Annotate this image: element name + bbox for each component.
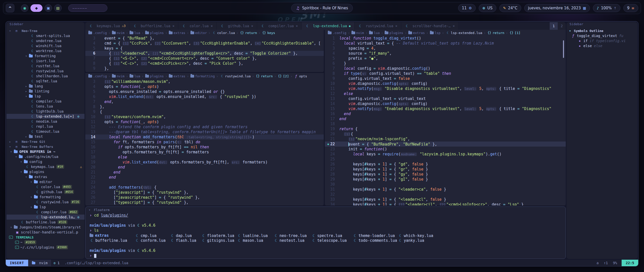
tree-item[interactable]: ☾compiler.lua: [7, 99, 85, 104]
tree-item[interactable]: ▸test: [7, 134, 85, 139]
code-buffer[interactable]: 3 [1]"williamboman/mason.nvim",4 opts = …: [85, 79, 324, 206]
search-input[interactable]: [68, 4, 107, 12]
tree-item[interactable]: ☾keymaps.lua#10⚠: [7, 164, 85, 169]
code-line[interactable]: 32: [325, 192, 566, 197]
tree-item[interactable]: ☾neodim.lua: [7, 119, 85, 124]
scrollbar-handle[interactable]: [563, 40, 564, 58]
workspace-notes-button[interactable]: ▤: [54, 4, 62, 12]
launcher-button[interactable]: ^: [6, 4, 14, 12]
code-line[interactable]: 26 ["javascriptreact"] = { "rustywind" }…: [85, 195, 324, 200]
code-line[interactable]: 26 keys[#keys + 1] = { "gd", false }: [325, 162, 566, 167]
code-line[interactable]: 15 for ft, formatters in pairs(t: tbl) d…: [85, 140, 324, 145]
buffer-tab[interactable]: ☾scrollbar-handle-…×: [401, 22, 459, 30]
code-line[interactable]: 7 end,: [85, 99, 324, 104]
tree-item[interactable]: ☾rustfmt.lua: [7, 63, 85, 69]
tree-item[interactable]: ▾OPEN BUFFERS in ~: [7, 149, 85, 154]
code-line[interactable]: 20 end: [85, 165, 324, 170]
neotree-section-neo-tree-buffers[interactable]: ▾▤Neo-Tree Buffers: [7, 144, 85, 149]
code-line[interactable]: 6 vim.list_extend(dst: opts.ensure_insta…: [85, 94, 324, 99]
buffer-tab[interactable]: ☾bufferline.lua×: [129, 22, 178, 30]
tree-item[interactable]: ☾undotree.lua: [7, 38, 85, 43]
terminal-output[interactable]: › cd lua/plugins/nvim/lua/plugins via ☾ …: [86, 213, 566, 258]
code-line[interactable]: 5 opts.ensure_installed = opts.ensure_in…: [85, 89, 324, 94]
code-line[interactable]: 5 keys = {: [85, 46, 324, 51]
tree-item[interactable]: ▾config: [7, 159, 85, 164]
close-tab-icon[interactable]: ×: [296, 24, 298, 28]
tree-item[interactable]: ☾worktree.lua: [7, 48, 85, 53]
floaterm-panel[interactable]: ▾ Floaterm › cd lua/plugins/nvim/lua/plu…: [85, 207, 566, 259]
code-line[interactable]: 2 local virtual_text = { -- Default virt…: [325, 41, 566, 46]
buffer-tab[interactable]: ☾compiler.lua×: [257, 22, 302, 30]
code-line[interactable]: 23 init = function(): [325, 147, 566, 152]
code-buffer[interactable]: 1local function toggle_diag_virtext()2 l…: [325, 36, 566, 206]
tree-item[interactable]: ☾rustywind.lua#726: [7, 199, 85, 205]
close-tab-icon[interactable]: ×: [453, 24, 455, 28]
tree-item[interactable]: ☾repl.lua: [7, 124, 85, 129]
code-line[interactable]: 13 config.virtual_text = virtual_text: [325, 96, 566, 101]
volume-widget[interactable]: ♪100%↑: [593, 4, 620, 12]
code-line[interactable]: 10 [1]"stevearc/conform.nvim",: [85, 114, 324, 119]
code-line[interactable]: 24 add_formatters(tbl: {: [85, 185, 324, 190]
code-line[interactable]: 33 keys[#keys + 1] = { "<leader>cl", fal…: [325, 197, 566, 202]
code-line[interactable]: 18 else: [85, 155, 324, 160]
keyboard-layout-widget[interactable]: ⊕US: [479, 4, 496, 12]
tree-item[interactable]: ▣scrollbar-handle-vertical.p: [7, 230, 85, 235]
code-line[interactable]: 29 keys[#keys + 1] = { "gI", false }: [325, 177, 566, 182]
outline-item[interactable]: ◈ifif type(config.vi: [567, 38, 637, 43]
symbols-outline-header[interactable]: ▾ Symbols Outline: [567, 28, 637, 33]
code-line[interactable]: 22 end: [85, 175, 324, 180]
tree-item[interactable]: ☾winshift.lua: [7, 43, 85, 48]
code-line[interactable]: 3 [1]"williamboman/mason.nvim",: [85, 79, 324, 84]
tree-item[interactable]: ›~/.c/n/l/plugins#3980: [7, 245, 85, 250]
tray-widget[interactable]: 9≡: [623, 4, 638, 12]
code-line[interactable]: 17end: [325, 116, 566, 121]
close-tab-icon[interactable]: ×: [172, 24, 174, 28]
code-line[interactable]: 9 config.virtual_text = false: [325, 76, 566, 81]
code-line[interactable]: 1local function toggle_diag_virtext(): [325, 36, 566, 41]
code-line[interactable]: 14 vim.diagnostic.config(opts: config): [325, 101, 566, 106]
neotree-section-neo-tree[interactable]: ▾▤Neo-Tree: [7, 28, 85, 33]
clock-widget[interactable]: jueves, noviembre 16, 2023▦: [524, 4, 590, 12]
code-line[interactable]: ◆22 event = { "BufReadPre", "BufNewFile"…: [325, 142, 566, 147]
code-line[interactable]: 14 local function add_formatters(tbl :ta…: [85, 134, 324, 140]
code-line[interactable]: 25 ["javascript"] = { "rustywind" },: [85, 190, 324, 195]
code-line[interactable]: 20 [1]{: [325, 131, 566, 137]
tree-item[interactable]: ›~#2859: [7, 240, 85, 245]
outline-item[interactable]: ƒtoggle_diag_virtextfu: [567, 33, 637, 38]
outline-item[interactable]: ◈elseelse: [567, 43, 637, 48]
code-line[interactable]: 17 opts.formatters_by_ft[ft] = formatter…: [85, 150, 324, 155]
tree-item[interactable]: ▾.config/nvim/lua: [7, 154, 85, 159]
code-line[interactable]: 12 --- Extend the conform plugin config …: [85, 124, 324, 129]
tree-item[interactable]: ▾lsp: [7, 205, 85, 210]
code-line[interactable]: 8 if type(v: config.virtual_text) == "ta…: [325, 71, 566, 76]
buffer-tab[interactable]: ☾lsp-extended.lua●: [302, 22, 354, 30]
code-line[interactable]: 28 keys[#keys + 1] = { "gy", false }: [325, 172, 566, 177]
close-tab-icon[interactable]: ×: [211, 24, 213, 28]
code-line[interactable]: 27 ["typescript"] = { "rustywind" },: [85, 200, 324, 205]
code-line[interactable]: 9 },: [85, 66, 324, 71]
buffer-tab[interactable]: ☾github.lua×: [217, 22, 257, 30]
tree-item[interactable]: ☾github.lua#654: [7, 189, 85, 194]
tree-item[interactable]: ▾formatting: [7, 53, 85, 58]
code-line[interactable]: 24 local keys = require(modname: "lazyvi…: [325, 152, 566, 157]
music-widget[interactable]: ♫ Spiritbox - Rule Of Nines: [291, 4, 353, 12]
code-line[interactable]: 27 keys[#keys + 1] = { "gr", false }: [325, 167, 566, 172]
code-line[interactable]: 21 end: [85, 170, 324, 175]
code-line[interactable]: 8 { [1]"<C-c>", [2]"<cmd>CccPick<cr>", d…: [85, 61, 324, 66]
tree-item[interactable]: ▸lang: [7, 84, 85, 89]
code-line[interactable]: 4 source = "if_many",: [325, 51, 566, 56]
code-line[interactable]: 18: [325, 121, 566, 126]
neotree-section-terminals[interactable]: ›TERMINALS: [7, 235, 85, 240]
tree-item[interactable]: ☾isort.lua: [7, 58, 85, 63]
tree-item[interactable]: ▾editor: [7, 179, 85, 184]
tree-item[interactable]: ▸linting: [7, 89, 85, 94]
weather-widget[interactable]: ✎24°C: [499, 4, 521, 12]
tree-item[interactable]: ☾compiler.lua#682: [7, 210, 85, 215]
code-line[interactable]: 13 ---@param tbl table<string, conform.F…: [85, 129, 324, 134]
code-line[interactable]: 5 prefix = "●",: [325, 56, 566, 61]
buffer-tab[interactable]: ☾rustywind.lua×: [354, 22, 401, 30]
code-line[interactable]: 9{: [85, 109, 324, 114]
code-line[interactable]: 19return {: [325, 126, 566, 131]
workspace-files-button[interactable]: ▣: [45, 4, 52, 12]
code-line[interactable]: 7 local config = vim.diagnostic.config(): [325, 66, 566, 71]
